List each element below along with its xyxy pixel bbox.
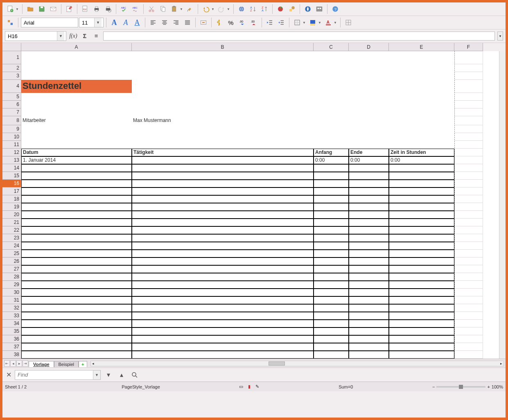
cell[interactable] [21, 343, 132, 351]
row-header[interactable]: 4 [2, 80, 21, 93]
cell[interactable] [314, 296, 349, 304]
row-header[interactable]: 6 [2, 101, 21, 108]
employee-name-cell[interactable]: Max Mustermann [132, 116, 314, 125]
font-name-combo[interactable]: ▼ [21, 18, 78, 27]
align-center-icon[interactable] [159, 17, 170, 28]
cell[interactable] [349, 187, 389, 195]
cell[interactable] [349, 257, 389, 265]
cell[interactable] [314, 211, 349, 219]
row-header[interactable]: 3 [2, 72, 21, 80]
cell[interactable] [21, 101, 132, 108]
cell[interactable] [21, 93, 132, 101]
cell[interactable] [454, 257, 483, 265]
tab-last-icon[interactable]: ⇥ [23, 360, 28, 367]
row-header[interactable]: 30 [2, 289, 21, 296]
cell[interactable] [454, 187, 483, 195]
cell[interactable] [389, 273, 454, 281]
cell[interactable] [132, 281, 314, 289]
bold-icon[interactable]: A [109, 17, 120, 28]
cell[interactable] [314, 101, 349, 108]
show-draw-icon[interactable] [287, 4, 297, 14]
row-header[interactable]: 2 [2, 64, 21, 72]
find-next-icon[interactable]: ▾ [103, 370, 114, 380]
cell[interactable] [314, 80, 349, 93]
row-header[interactable]: 19 [2, 203, 21, 211]
table-header-cell[interactable]: Datum [21, 149, 132, 156]
employee-label-cell[interactable]: Mitarbeiter [21, 116, 132, 125]
insert-mode-icon[interactable]: ▭ [239, 384, 243, 389]
sort-desc-icon[interactable]: ZA [259, 4, 270, 14]
undo-icon[interactable] [201, 4, 211, 14]
cell[interactable] [21, 250, 132, 257]
cell[interactable] [314, 125, 349, 133]
row-header[interactable]: 8 [2, 116, 21, 125]
cell[interactable] [314, 265, 349, 273]
cell[interactable] [21, 289, 132, 296]
cell[interactable] [454, 335, 483, 343]
print-icon[interactable] [91, 4, 102, 14]
cell[interactable] [389, 257, 454, 265]
cell[interactable] [132, 265, 314, 273]
cell[interactable] [21, 351, 132, 359]
cell[interactable] [314, 72, 349, 80]
italic-icon[interactable]: A [120, 17, 131, 28]
formula-expand-icon[interactable]: ▼ [497, 32, 503, 41]
add-decimal-icon[interactable]: .00 [237, 17, 248, 28]
percent-icon[interactable]: % [226, 17, 236, 28]
cell[interactable] [454, 226, 483, 234]
cell[interactable] [389, 125, 454, 133]
column-header[interactable]: A [21, 43, 132, 51]
row-header[interactable]: 32 [2, 304, 21, 312]
cell-reference-input[interactable] [5, 32, 57, 41]
row-header[interactable]: 35 [2, 327, 21, 335]
cell[interactable] [349, 108, 389, 116]
tab-prev-icon[interactable]: ◂ [10, 360, 16, 367]
cell[interactable] [454, 101, 483, 108]
cell[interactable] [389, 133, 454, 141]
cell[interactable] [314, 116, 349, 125]
cell[interactable] [389, 335, 454, 343]
font-size-input[interactable] [79, 18, 94, 27]
cell[interactable] [454, 327, 483, 335]
cell[interactable] [132, 108, 314, 116]
cell[interactable] [132, 211, 314, 219]
cell[interactable] [454, 304, 483, 312]
align-right-icon[interactable] [171, 17, 181, 28]
cell[interactable] [349, 296, 389, 304]
bgcolor-dropdown-icon[interactable]: ▼ [318, 21, 322, 25]
cell[interactable] [21, 242, 132, 250]
cell[interactable] [132, 203, 314, 211]
cell[interactable] [454, 273, 483, 281]
cell[interactable] [349, 125, 389, 133]
navigator-icon[interactable] [303, 4, 313, 14]
sheet-tab-add[interactable]: + [79, 361, 87, 367]
cell[interactable] [132, 234, 314, 242]
cell[interactable] [389, 250, 454, 257]
cell[interactable] [132, 187, 314, 195]
autospell-icon[interactable]: ABC [130, 4, 141, 14]
cell[interactable] [454, 211, 483, 219]
column-header[interactable]: C [314, 43, 349, 51]
table-header-cell[interactable]: Zeit in Stunden [389, 149, 454, 156]
cell[interactable] [314, 327, 349, 335]
find-all-icon[interactable] [129, 370, 140, 380]
styles-icon[interactable] [5, 17, 16, 28]
cell[interactable] [389, 296, 454, 304]
cell[interactable] [132, 64, 314, 72]
cell[interactable] [454, 72, 483, 80]
pdf-icon[interactable]: PDF [80, 4, 90, 14]
cell[interactable] [349, 64, 389, 72]
cell[interactable] [21, 172, 132, 180]
cell[interactable] [454, 234, 483, 242]
horizontal-scrollbar[interactable]: ◂▸ [90, 361, 504, 366]
cell[interactable] [349, 327, 389, 335]
find-prev-icon[interactable]: ▴ [116, 370, 127, 380]
cell[interactable] [389, 80, 454, 93]
cell[interactable] [454, 64, 483, 72]
cell[interactable] [132, 327, 314, 335]
cell[interactable] [349, 51, 389, 64]
help-icon[interactable]: ? [330, 4, 341, 14]
function-wizard-icon[interactable]: f(x) [69, 32, 78, 41]
cell[interactable] [132, 304, 314, 312]
borders-icon[interactable] [292, 17, 303, 28]
